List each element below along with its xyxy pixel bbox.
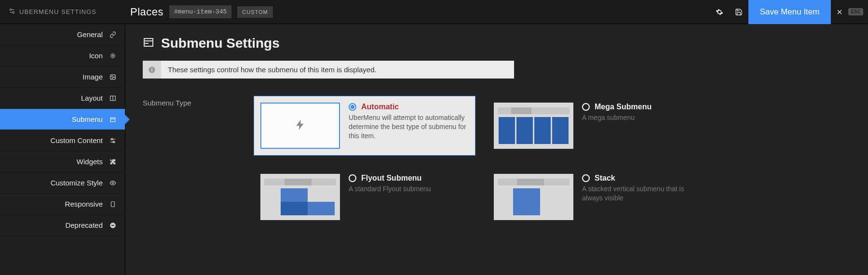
radio-automatic[interactable] bbox=[349, 103, 356, 111]
sidebar-item-label: Icon bbox=[89, 52, 103, 60]
page-header: Submenu Settings bbox=[143, 36, 851, 51]
link-icon bbox=[108, 31, 117, 38]
info-text: These settings control how the submenu o… bbox=[161, 61, 514, 79]
settings-icon bbox=[9, 8, 15, 16]
page-icon bbox=[143, 37, 154, 50]
sidebar-item-submenu[interactable]: Submenu bbox=[0, 109, 125, 130]
option-desc: A stacked vertical submenu that is alway… bbox=[582, 184, 702, 203]
topbar-right: Save Menu Item ESC bbox=[710, 0, 868, 24]
option-title: Flyout Submenu bbox=[361, 174, 421, 183]
sidebar-item-icon[interactable]: Icon bbox=[0, 45, 125, 66]
option-flyout[interactable]: Flyout Submenu A standard Flyout submenu bbox=[254, 167, 475, 227]
svg-point-1 bbox=[13, 12, 14, 13]
sidebar-item-label: Responsive bbox=[65, 200, 103, 208]
sidebar-item-deprecated[interactable]: Deprecated bbox=[0, 215, 125, 236]
tablet-icon bbox=[108, 201, 117, 208]
sidebar-item-label: Customize Style bbox=[51, 179, 103, 187]
app-title-text: UBERMENU SETTINGS bbox=[19, 8, 96, 15]
sidebar-item-label: Widgets bbox=[77, 157, 103, 166]
sliders-icon bbox=[108, 137, 117, 144]
topbar: UBERMENU SETTINGS Places #menu-item-345 … bbox=[0, 0, 868, 24]
sidebar-item-label: Image bbox=[82, 73, 103, 81]
option-desc: A mega submenu bbox=[582, 113, 702, 122]
target-icon bbox=[108, 52, 117, 59]
svg-rect-10 bbox=[110, 118, 115, 121]
option-thumb-flyout bbox=[260, 174, 340, 220]
info-banner: These settings control how the submenu o… bbox=[143, 61, 514, 79]
svg-rect-24 bbox=[151, 69, 152, 71]
main-panel: Submenu Settings These settings control … bbox=[125, 24, 868, 275]
option-title: Mega Submenu bbox=[595, 103, 651, 111]
radio-stack[interactable] bbox=[582, 174, 590, 182]
breadcrumb-id-tag[interactable]: #menu-item-345 bbox=[169, 5, 231, 18]
app-title: UBERMENU SETTINGS bbox=[0, 8, 125, 16]
radio-flyout[interactable] bbox=[349, 174, 356, 182]
sidebar-item-general[interactable]: General bbox=[0, 24, 125, 45]
svg-point-16 bbox=[112, 182, 114, 184]
option-mega[interactable]: Mega Submenu A mega submenu bbox=[487, 96, 709, 156]
puzzle-icon bbox=[108, 158, 117, 165]
sidebar-item-label: Layout bbox=[81, 94, 103, 102]
svg-point-5 bbox=[112, 55, 113, 56]
field-label: Submenu Type bbox=[143, 96, 254, 227]
submenu-type-field: Submenu Type Automatic UberMenu w bbox=[143, 96, 851, 227]
sidebar-item-widgets[interactable]: Widgets bbox=[0, 151, 125, 172]
svg-point-7 bbox=[111, 76, 112, 77]
sidebar-item-label: Deprecated bbox=[65, 221, 103, 229]
breadcrumb-type-tag[interactable]: CUSTOM bbox=[237, 6, 272, 18]
option-thumb-automatic bbox=[260, 103, 340, 149]
settings-button[interactable] bbox=[710, 0, 729, 24]
breadcrumb-current: Places bbox=[130, 6, 163, 18]
columns-icon bbox=[108, 95, 117, 102]
eye-icon bbox=[108, 180, 117, 186]
info-icon bbox=[143, 61, 161, 79]
svg-rect-17 bbox=[111, 201, 115, 207]
option-title: Automatic bbox=[361, 103, 399, 111]
option-thumb-stack bbox=[494, 174, 573, 220]
radio-mega[interactable] bbox=[582, 103, 590, 111]
sidebar-item-responsive[interactable]: Responsive bbox=[0, 194, 125, 215]
save-button-label: Save Menu Item bbox=[760, 7, 820, 17]
svg-point-25 bbox=[151, 67, 152, 68]
save-button[interactable]: Save Menu Item bbox=[748, 0, 831, 24]
esc-badge[interactable]: ESC bbox=[848, 8, 863, 15]
save-icon-button[interactable] bbox=[729, 0, 748, 24]
image-icon bbox=[108, 74, 117, 80]
minus-icon bbox=[108, 222, 117, 229]
sidebar-item-custom-content[interactable]: Custom Content bbox=[0, 130, 125, 151]
option-automatic[interactable]: Automatic UberMenu will attempt to autom… bbox=[254, 96, 475, 156]
svg-rect-20 bbox=[144, 39, 153, 46]
svg-point-0 bbox=[10, 9, 12, 11]
sidebar-item-customize-style[interactable]: Customize Style bbox=[0, 172, 125, 194]
options-grid: Automatic UberMenu will attempt to autom… bbox=[254, 96, 721, 227]
option-desc: A standard Flyout submenu bbox=[349, 184, 469, 194]
option-desc: UberMenu will attempt to automatically d… bbox=[349, 113, 469, 141]
option-thumb-mega bbox=[494, 103, 573, 149]
box-icon bbox=[108, 116, 117, 123]
sidebar-item-layout[interactable]: Layout bbox=[0, 88, 125, 109]
sidebar-item-label: Submenu bbox=[72, 115, 103, 123]
page-title: Submenu Settings bbox=[161, 36, 280, 51]
close-button[interactable] bbox=[831, 0, 848, 24]
sidebar: General Icon Image Layout Submenu Custom… bbox=[0, 24, 125, 275]
sidebar-item-image[interactable]: Image bbox=[0, 66, 125, 88]
sidebar-item-label: General bbox=[77, 30, 103, 39]
option-stack[interactable]: Stack A stacked vertical submenu that is… bbox=[487, 167, 709, 227]
sidebar-item-label: Custom Content bbox=[51, 136, 103, 144]
bolt-icon bbox=[294, 116, 307, 135]
option-title: Stack bbox=[595, 174, 615, 183]
breadcrumb: Places #menu-item-345 CUSTOM bbox=[125, 5, 273, 18]
